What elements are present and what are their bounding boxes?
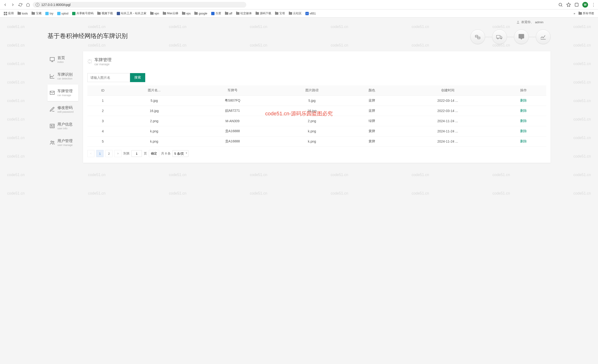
site-info-icon[interactable]: i xyxy=(36,3,39,7)
reload-button[interactable] xyxy=(17,2,23,8)
bookmark-social[interactable]: 社交媒体 xyxy=(235,10,253,16)
address-bar[interactable]: i 127.0.0.1:8000/cpgl xyxy=(33,2,246,8)
search-icon[interactable] xyxy=(558,2,563,7)
cell-plate: 皖A87271 xyxy=(190,106,275,116)
bookmark-all[interactable]: 所有书签 xyxy=(577,10,596,16)
goto-label: 到第 xyxy=(123,151,130,156)
chart-line-icon xyxy=(49,73,55,79)
sidebar-item-detection[interactable]: 车牌识别car detection xyxy=(48,68,78,84)
col-path: 图片路径 xyxy=(275,85,349,96)
app-title: 基于卷积神经网络的车牌识别 xyxy=(48,32,128,40)
delete-link[interactable]: 删除 xyxy=(520,129,527,133)
sidebar-item-userinfo[interactable]: 用户信息user info xyxy=(48,118,78,134)
shortcut-chart-icon[interactable] xyxy=(536,29,550,44)
users-icon xyxy=(49,140,55,145)
cell-path: k.png xyxy=(275,126,349,136)
bookmark-baota[interactable]: 宝塔 xyxy=(274,10,286,16)
username[interactable]: admin xyxy=(535,20,543,24)
svg-point-8 xyxy=(497,38,498,39)
table-row: 5 k.png 贵A16888 k.png 黄牌 2024-11-24 ... … xyxy=(87,136,546,147)
goto-input[interactable] xyxy=(132,150,142,157)
delete-link[interactable]: 删除 xyxy=(520,139,527,143)
edit-icon xyxy=(49,107,55,112)
svg-point-9 xyxy=(501,38,502,39)
page-1[interactable]: 1 xyxy=(96,150,103,157)
cell-plate: 粤S807FQ xyxy=(190,96,275,106)
star-icon[interactable] xyxy=(566,2,571,7)
cell-name: 2.png xyxy=(118,116,190,126)
sidebar-item-usermanage[interactable]: 用户管理user manage xyxy=(48,134,78,151)
bookmark-overflow[interactable]: » xyxy=(573,12,575,15)
bookmark-max[interactable]: Max云梯 xyxy=(161,10,180,16)
cell-name: 5.jpg xyxy=(118,96,190,106)
search-button[interactable]: 搜索 xyxy=(130,73,145,82)
col-plate: 车牌号 xyxy=(190,85,275,96)
user-icon xyxy=(516,20,520,24)
bookmark-uplod[interactable]: uplod xyxy=(56,11,70,16)
sidebar-item-index[interactable]: 首页index xyxy=(48,51,78,68)
profile-avatar[interactable]: W xyxy=(582,2,588,8)
url-text: 127.0.0.1:8000/cpgl xyxy=(41,3,243,7)
sidebar-item-manage[interactable]: 车牌管理car manage xyxy=(48,84,78,101)
cell-created: 2024-11-24 ... xyxy=(394,126,501,136)
svg-rect-1 xyxy=(575,3,578,6)
bookmark-v651[interactable]: Av651 xyxy=(304,11,317,16)
bookmark-txy[interactable]: txy xyxy=(44,11,55,16)
shortcut-truck-icon[interactable] xyxy=(492,29,507,44)
cell-color: 绿牌 xyxy=(349,116,394,126)
bookmark-apps[interactable]: 应用 xyxy=(2,10,15,16)
total-count: 共 8 条 xyxy=(161,151,171,156)
goto-confirm[interactable]: 确定 xyxy=(149,150,159,157)
home-button[interactable] xyxy=(25,2,31,8)
page-2[interactable]: 2 xyxy=(105,150,112,157)
id-card-icon xyxy=(49,123,55,129)
bookmark-tools[interactable]: tools xyxy=(16,11,29,16)
cell-plate: M-AN309 xyxy=(190,116,275,126)
bookmark-vps[interactable]: vps xyxy=(181,11,192,16)
per-page-select[interactable]: 5 条/页 xyxy=(173,150,188,157)
browser-menu-icon[interactable]: ⋮ xyxy=(591,2,596,7)
table-row: 3 2.png M-AN309 2.png 绿牌 2024-11-24 ... … xyxy=(87,116,546,126)
forward-button[interactable] xyxy=(10,2,16,8)
shortcut-coins-icon[interactable] xyxy=(470,29,485,44)
bookmark-google[interactable]: google xyxy=(193,11,208,16)
sidebar-item-password[interactable]: 修改密码edit password xyxy=(48,101,78,118)
cell-id: 2 xyxy=(87,106,118,116)
pagination: 1 2 到第 页 确定 共 8 条 5 条/页 xyxy=(87,150,546,157)
bookmark-vpn[interactable]: vpn xyxy=(149,11,160,16)
home-icon xyxy=(49,57,55,62)
svg-rect-7 xyxy=(497,35,500,38)
panel-header-icon xyxy=(87,59,92,64)
page-unit: 页 xyxy=(144,151,147,156)
delete-link[interactable]: 删除 xyxy=(520,109,527,112)
cell-color: 蓝牌 xyxy=(349,96,394,106)
delete-link[interactable]: 删除 xyxy=(520,119,527,123)
search-input[interactable] xyxy=(87,73,130,82)
bookmark-baidu[interactable]: 百度 xyxy=(210,10,223,16)
shortcut-chat-icon[interactable] xyxy=(514,29,529,44)
cell-created: 2024-11-24 ... xyxy=(394,136,501,147)
cell-color: 黄牌 xyxy=(349,126,394,136)
cell-name: 16.jpg xyxy=(118,106,190,116)
table-row: 4 k.png 贵A16888 k.png 黄牌 2024-11-24 ... … xyxy=(87,126,546,136)
bookmark-aff[interactable]: aff xyxy=(224,11,234,16)
welcome-text: 欢迎你、 admin xyxy=(516,20,543,24)
cell-id: 4 xyxy=(87,126,118,136)
extensions-icon[interactable] xyxy=(574,2,579,7)
cell-created: 2022-03-14 ... xyxy=(394,106,501,116)
sidebar: 首页index 车牌识别car detection 车牌管理car manage… xyxy=(48,51,78,163)
bookmark-source-dl[interactable]: 源码下载 xyxy=(254,10,273,16)
bookmark-baozang[interactable]: 宝藏 xyxy=(30,10,43,16)
bookmark-zhanzhang[interactable]: 站长工具 - 站长之家 xyxy=(115,10,148,16)
cell-path: 5.jpg xyxy=(275,96,349,106)
back-button[interactable] xyxy=(2,2,8,8)
svg-point-13 xyxy=(51,125,52,126)
delete-link[interactable]: 删除 xyxy=(520,99,527,102)
page-prev[interactable] xyxy=(87,150,94,157)
bookmark-cloud[interactable]: 云社区 xyxy=(287,10,303,16)
page-next[interactable] xyxy=(114,150,122,157)
bookmark-shared-pwd[interactable]: 共享账号密码 xyxy=(71,10,95,16)
bookmark-video-dl[interactable]: 视频下载 xyxy=(96,10,114,16)
browser-toolbar: i 127.0.0.1:8000/cpgl W ⋮ xyxy=(0,0,598,9)
svg-point-6 xyxy=(477,38,480,39)
